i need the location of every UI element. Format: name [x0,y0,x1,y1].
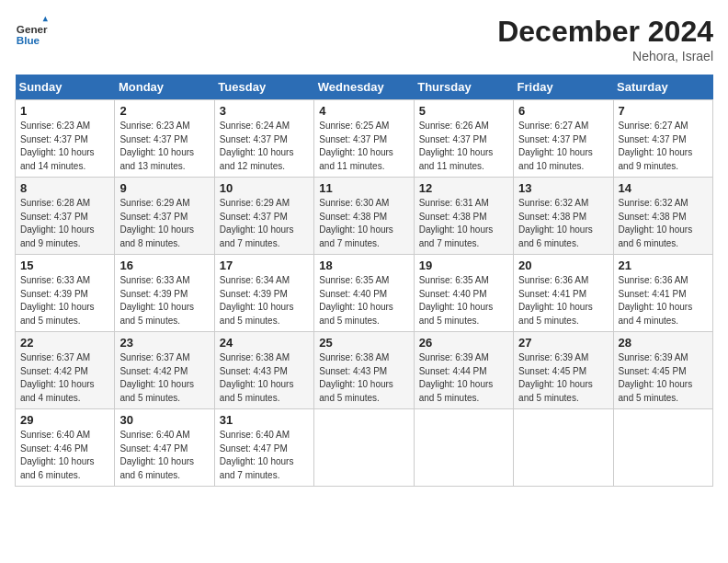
day-number: 14 [619,181,708,195]
day-info: Sunrise: 6:30 AMSunset: 4:38 PMDaylight:… [319,197,408,250]
day-number: 6 [518,104,608,118]
day-number: 15 [20,259,109,272]
day-number: 22 [20,336,109,350]
calendar-cell: 8Sunrise: 6:28 AMSunset: 4:37 PMDaylight… [16,178,115,255]
day-number: 27 [518,336,608,350]
day-number: 10 [220,181,309,195]
day-info: Sunrise: 6:34 AMSunset: 4:39 PMDaylight:… [220,274,309,327]
calendar-cell: 7Sunrise: 6:27 AMSunset: 4:37 PMDaylight… [613,100,712,178]
day-number: 17 [220,259,309,272]
calendar-cell: 4Sunrise: 6:25 AMSunset: 4:37 PMDaylight… [314,100,414,178]
calendar-table: SundayMondayTuesdayWednesdayThursdayFrid… [15,75,713,487]
day-number: 25 [319,336,408,350]
day-info: Sunrise: 6:37 AMSunset: 4:42 PMDaylight:… [20,351,109,405]
day-info: Sunrise: 6:36 AMSunset: 4:41 PMDaylight:… [619,274,708,327]
day-number: 9 [119,181,209,195]
calendar-cell: 18Sunrise: 6:35 AMSunset: 4:40 PMDayligh… [314,255,414,332]
calendar-cell: 24Sunrise: 6:38 AMSunset: 4:43 PMDayligh… [214,332,313,409]
calendar-cell [613,409,712,487]
day-info: Sunrise: 6:36 AMSunset: 4:41 PMDaylight:… [518,274,608,327]
calendar-cell: 1Sunrise: 6:23 AMSunset: 4:37 PMDaylight… [16,100,115,178]
weekday-header-wednesday: Wednesday [314,75,414,100]
calendar-cell: 14Sunrise: 6:32 AMSunset: 4:38 PMDayligh… [613,178,712,255]
day-info: Sunrise: 6:27 AMSunset: 4:37 PMDaylight:… [619,120,708,173]
calendar-cell: 12Sunrise: 6:31 AMSunset: 4:38 PMDayligh… [414,178,513,255]
logo: General Blue [15,15,51,48]
day-info: Sunrise: 6:27 AMSunset: 4:37 PMDaylight:… [518,120,608,173]
calendar-cell: 25Sunrise: 6:38 AMSunset: 4:43 PMDayligh… [314,332,414,409]
calendar-cell: 17Sunrise: 6:34 AMSunset: 4:39 PMDayligh… [214,255,313,332]
calendar-cell: 11Sunrise: 6:30 AMSunset: 4:38 PMDayligh… [314,178,414,255]
day-number: 28 [619,336,708,350]
day-number: 5 [419,104,508,118]
calendar-cell: 6Sunrise: 6:27 AMSunset: 4:37 PMDaylight… [514,100,613,178]
day-number: 13 [518,181,608,195]
day-number: 20 [518,259,608,272]
day-info: Sunrise: 6:40 AMSunset: 4:47 PMDaylight:… [119,429,209,482]
logo-icon: General Blue [15,15,48,48]
day-number: 11 [319,181,408,195]
calendar-cell [514,409,613,487]
day-number: 30 [119,413,209,427]
month-year: December 2024 [497,15,713,49]
day-info: Sunrise: 6:26 AMSunset: 4:37 PMDaylight:… [419,120,508,173]
day-info: Sunrise: 6:23 AMSunset: 4:37 PMDaylight:… [20,120,109,173]
svg-marker-2 [43,17,48,21]
calendar-cell: 26Sunrise: 6:39 AMSunset: 4:44 PMDayligh… [414,332,513,409]
calendar-cell [314,409,414,487]
calendar-cell: 2Sunrise: 6:23 AMSunset: 4:37 PMDaylight… [115,100,214,178]
day-info: Sunrise: 6:39 AMSunset: 4:44 PMDaylight:… [419,351,508,405]
calendar-cell: 29Sunrise: 6:40 AMSunset: 4:46 PMDayligh… [16,409,115,487]
day-number: 21 [619,259,708,272]
title-block: December 2024 Nehora, Israel [497,15,713,63]
day-info: Sunrise: 6:39 AMSunset: 4:45 PMDaylight:… [619,351,708,405]
day-info: Sunrise: 6:29 AMSunset: 4:37 PMDaylight:… [220,197,309,250]
day-info: Sunrise: 6:29 AMSunset: 4:37 PMDaylight:… [119,197,209,250]
day-info: Sunrise: 6:25 AMSunset: 4:37 PMDaylight:… [319,120,408,173]
calendar-cell: 5Sunrise: 6:26 AMSunset: 4:37 PMDaylight… [414,100,513,178]
day-info: Sunrise: 6:40 AMSunset: 4:46 PMDaylight:… [20,429,109,482]
day-number: 1 [20,104,109,118]
day-number: 18 [319,259,408,272]
page-header: General Blue December 2024 Nehora, Israe… [15,15,713,63]
day-number: 26 [419,336,508,350]
weekday-header-saturday: Saturday [613,75,712,100]
svg-text:Blue: Blue [17,34,40,46]
day-number: 31 [220,413,309,427]
day-info: Sunrise: 6:40 AMSunset: 4:47 PMDaylight:… [220,429,309,482]
day-info: Sunrise: 6:39 AMSunset: 4:45 PMDaylight:… [518,351,608,405]
day-info: Sunrise: 6:38 AMSunset: 4:43 PMDaylight:… [220,351,309,405]
weekday-header-friday: Friday [514,75,613,100]
day-number: 7 [619,104,708,118]
calendar-cell: 13Sunrise: 6:32 AMSunset: 4:38 PMDayligh… [514,178,613,255]
weekday-header-sunday: Sunday [16,75,115,100]
calendar-cell: 15Sunrise: 6:33 AMSunset: 4:39 PMDayligh… [16,255,115,332]
day-number: 24 [220,336,309,350]
calendar-cell: 31Sunrise: 6:40 AMSunset: 4:47 PMDayligh… [214,409,313,487]
calendar-cell: 10Sunrise: 6:29 AMSunset: 4:37 PMDayligh… [214,178,313,255]
calendar-cell: 30Sunrise: 6:40 AMSunset: 4:47 PMDayligh… [115,409,214,487]
day-number: 2 [119,104,209,118]
day-info: Sunrise: 6:31 AMSunset: 4:38 PMDaylight:… [419,197,508,250]
day-info: Sunrise: 6:32 AMSunset: 4:38 PMDaylight:… [518,197,608,250]
day-number: 3 [220,104,309,118]
weekday-header-thursday: Thursday [414,75,513,100]
weekday-header-monday: Monday [115,75,214,100]
day-info: Sunrise: 6:37 AMSunset: 4:42 PMDaylight:… [119,351,209,405]
day-info: Sunrise: 6:33 AMSunset: 4:39 PMDaylight:… [119,274,209,327]
calendar-cell: 28Sunrise: 6:39 AMSunset: 4:45 PMDayligh… [613,332,712,409]
calendar-cell: 27Sunrise: 6:39 AMSunset: 4:45 PMDayligh… [514,332,613,409]
calendar-cell: 19Sunrise: 6:35 AMSunset: 4:40 PMDayligh… [414,255,513,332]
day-info: Sunrise: 6:33 AMSunset: 4:39 PMDaylight:… [20,274,109,327]
day-info: Sunrise: 6:38 AMSunset: 4:43 PMDaylight:… [319,351,408,405]
day-number: 4 [319,104,408,118]
day-number: 23 [119,336,209,350]
day-number: 12 [419,181,508,195]
calendar-cell: 20Sunrise: 6:36 AMSunset: 4:41 PMDayligh… [514,255,613,332]
location: Nehora, Israel [497,49,713,63]
day-number: 29 [20,413,109,427]
calendar-cell: 3Sunrise: 6:24 AMSunset: 4:37 PMDaylight… [214,100,313,178]
day-number: 8 [20,181,109,195]
day-info: Sunrise: 6:32 AMSunset: 4:38 PMDaylight:… [619,197,708,250]
calendar-cell: 9Sunrise: 6:29 AMSunset: 4:37 PMDaylight… [115,178,214,255]
